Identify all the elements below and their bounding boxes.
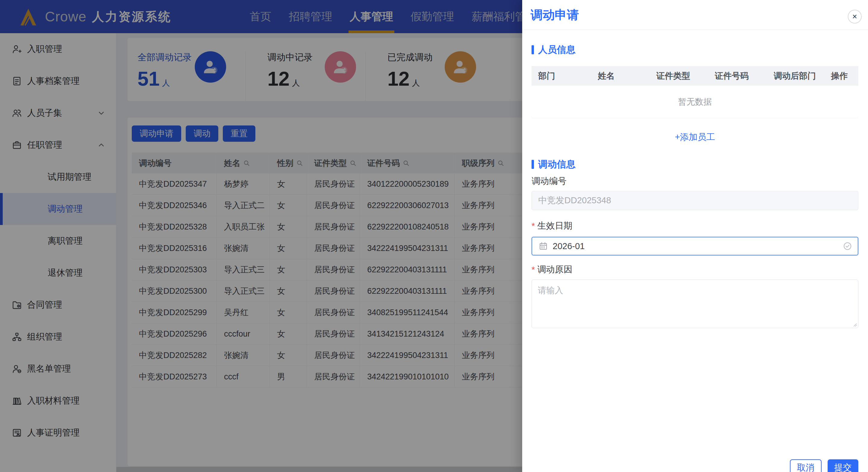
person-column-header: 调动后部门	[767, 66, 824, 86]
section-transfer-info: 调动信息	[531, 159, 858, 169]
submit-button[interactable]: 提交	[828, 459, 858, 472]
drawer-footer: 取消 提交	[790, 459, 858, 472]
calendar-icon	[538, 241, 548, 251]
drawer-body: 人员信息 部门姓名证件类型证件号码调动后部门操作 暂无数据 +添加员工 调动信息…	[522, 45, 868, 472]
resize-handle[interactable]	[852, 322, 857, 327]
effective-date-input[interactable]: 2026-01	[531, 237, 858, 256]
drawer-header: 调动申请 ×	[522, 0, 868, 30]
effective-date-label: *生效日期	[531, 221, 858, 231]
person-column-header: 部门	[531, 66, 591, 86]
reason-label: *调动原因	[531, 265, 858, 274]
transfer-no-input: 中竞发DD2025348	[531, 191, 858, 210]
section-marker	[531, 45, 534, 54]
empty-state: 暂无数据	[531, 86, 858, 118]
reason-textarea[interactable]	[531, 279, 858, 328]
required-mark: *	[531, 221, 535, 231]
person-column-header: 证件类型	[650, 66, 708, 86]
section-person-info: 人员信息	[531, 45, 858, 55]
add-employee-link[interactable]: +添加员工	[675, 132, 715, 142]
transfer-no-label: 调动编号	[531, 176, 858, 186]
close-button[interactable]: ×	[848, 10, 862, 24]
check-circle-icon	[843, 241, 852, 251]
person-column-header: 证件号码	[708, 66, 767, 86]
person-column-header: 操作	[824, 66, 858, 86]
section-title: 调动信息	[538, 158, 576, 171]
person-table-header: 部门姓名证件类型证件号码调动后部门操作	[531, 66, 858, 86]
person-table: 部门姓名证件类型证件号码调动后部门操作 暂无数据	[531, 66, 858, 118]
drawer-title: 调动申请	[531, 7, 579, 23]
transfer-request-drawer: 调动申请 × 人员信息 部门姓名证件类型证件号码调动后部门操作 暂无数据 +添加…	[522, 0, 868, 472]
required-mark: *	[531, 265, 535, 275]
person-column-header: 姓名	[591, 66, 650, 86]
section-title: 人员信息	[538, 43, 576, 56]
modal-overlay[interactable]	[0, 0, 522, 472]
close-icon: ×	[852, 12, 857, 21]
cancel-button[interactable]: 取消	[790, 459, 822, 472]
effective-date-value: 2026-01	[553, 241, 585, 251]
section-marker	[531, 160, 534, 169]
